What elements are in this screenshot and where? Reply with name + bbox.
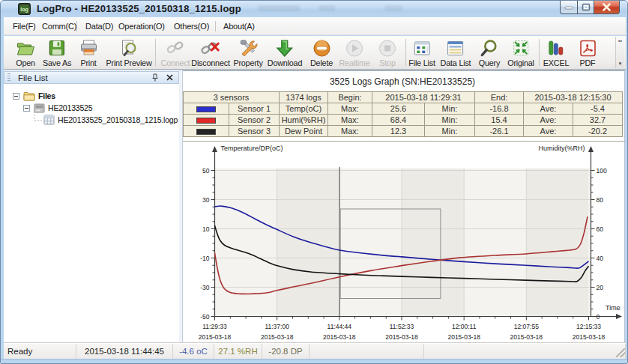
toolbar-button-open[interactable]: Open	[16, 38, 36, 67]
toolbar-button-realtime[interactable]: Realtime	[339, 38, 369, 67]
toolbar-button-property[interactable]: Property	[233, 38, 262, 67]
svg-text:2015-03-18: 2015-03-18	[447, 333, 480, 341]
minimize-button[interactable]	[560, 1, 577, 14]
realtime-play-icon	[344, 38, 364, 58]
toolbar-button-connect[interactable]: Connect	[161, 38, 190, 67]
toolbar-button-label: File List	[408, 58, 435, 67]
file-list-panel: File List Files HE20133525 HE20133525_20…	[4, 70, 179, 343]
sensor-cell-name: Sensor 1	[229, 103, 280, 115]
menu-item-commc[interactable]: Comm(C)	[42, 17, 76, 35]
toolbar-button-label: Print	[80, 58, 96, 67]
toolbar-button-print-preview[interactable]: Print Preview	[106, 38, 151, 67]
summary-cell-end: 2015-03-18 12:15:30	[524, 92, 623, 103]
tree-item-log-file[interactable]: HE20133525_20150318_1215.logp	[34, 114, 178, 126]
toolbar-button-pdf[interactable]: PDF	[578, 38, 598, 67]
data-list-icon	[446, 38, 466, 58]
sensor-cell-min_label: Min:	[425, 115, 475, 126]
toolbar-overflow[interactable]: ▪▪▾	[615, 37, 624, 68]
sensor-cell-ave_label: Ave:	[524, 115, 573, 126]
status-cell-2: -4.6 oC	[173, 344, 214, 359]
file-list-panel-header: File List	[4, 71, 179, 84]
watermark-smudge	[318, 5, 335, 11]
svg-text:Temperature/DP(oC): Temperature/DP(oC)	[221, 145, 283, 152]
toolbar-button-print[interactable]: Print	[79, 38, 99, 67]
sensor-cell-max_label: Max:	[328, 126, 372, 137]
tree-item-label: HE20133525	[48, 103, 92, 112]
overflow-dots-icon: ▪▪	[618, 38, 622, 43]
tree-item-label: HE20133525_20150318_1215.logp	[58, 115, 178, 124]
menu-item-datad[interactable]: Data(D)	[85, 17, 113, 35]
toolbar-button-label: Property	[233, 58, 262, 67]
tree-item-files-root[interactable]: Files	[13, 90, 55, 102]
status-cell-1: 2015-03-18 11:44:45	[76, 344, 173, 359]
menu-item-filef[interactable]: File(F)	[13, 17, 35, 35]
summary-cell-sensors: 3 sensors	[184, 92, 280, 103]
sensor-cell-min: 15.4	[475, 115, 524, 126]
toolbar-button-download[interactable]: Download	[268, 38, 302, 67]
property-tools-icon	[238, 38, 259, 58]
sensor-cell-max_label: Max:	[328, 103, 372, 115]
toolbar-button-original[interactable]: Original	[507, 38, 534, 67]
panel-title: File List	[18, 73, 150, 82]
toolbar-button-delete[interactable]: Delete	[310, 38, 333, 67]
summary-info-row: 3 sensors1374 logsBegin:2015-03-18 11:29…	[184, 92, 623, 103]
svg-text:11:52:33: 11:52:33	[390, 323, 414, 330]
menu-item-operationo[interactable]: Operation(O)	[118, 17, 165, 35]
panel-grip[interactable]	[7, 73, 10, 82]
toolbar-button-stop[interactable]: Stop	[378, 38, 398, 67]
toolbar-separator	[405, 39, 406, 66]
svg-text:-30: -30	[200, 284, 210, 291]
svg-text:-10: -10	[200, 255, 210, 262]
app-icon: log	[18, 3, 31, 15]
toolbar-button-data-list[interactable]: Data List	[441, 38, 471, 67]
svg-text:2015-03-18: 2015-03-18	[199, 333, 232, 341]
pin-icon[interactable]	[150, 73, 160, 82]
maximize-button[interactable]	[577, 1, 594, 14]
sensor-cell-max_label: Max:	[328, 115, 372, 126]
menu-item-otherso[interactable]: Others(O)	[174, 17, 209, 35]
toolbar-button-label: Open	[16, 58, 35, 67]
save-floppy-icon	[47, 38, 67, 58]
open-folder-icon	[16, 38, 36, 58]
caption-buttons	[560, 1, 620, 15]
svg-text:2015-03-18: 2015-03-18	[323, 333, 356, 341]
toolbar-button-label: Print Preview	[106, 58, 151, 67]
resize-grip[interactable]	[616, 348, 625, 357]
svg-text:12:07:55: 12:07:55	[514, 323, 539, 330]
svg-text:10: 10	[202, 225, 210, 233]
status-cell-3: 27.1 %RH	[214, 344, 262, 359]
sensor-cell-ave: 32.7	[573, 115, 623, 126]
sensor-color-swatch-cell	[184, 126, 229, 137]
toolbar-button-label: EXCEL	[543, 58, 569, 67]
tree-connector-line	[34, 110, 42, 121]
close-button[interactable]	[594, 1, 620, 14]
sensor-cell-ave: -5.4	[573, 103, 623, 115]
toolbar-button-label: Original	[507, 58, 534, 67]
disconnect-chain-icon	[200, 38, 220, 58]
sensor-cell-min_label: Min:	[425, 103, 475, 115]
tree-expander-collapse-icon[interactable]	[23, 105, 30, 112]
panel-close-icon[interactable]	[164, 73, 175, 82]
connect-chain-icon	[165, 38, 185, 58]
log-file-icon	[43, 115, 55, 125]
status-cell-6	[424, 344, 626, 359]
sensor-cell-ave: -20.2	[573, 126, 623, 137]
file-tree: Files HE20133525 HE20133525_20150318_121…	[4, 84, 179, 343]
toolbar-button-file-list[interactable]: File List	[408, 38, 435, 67]
menu-item-abouta[interactable]: About(A)	[223, 17, 255, 35]
toolbar-button-save-as[interactable]: Save As	[43, 38, 71, 67]
download-arrow-icon	[274, 38, 295, 58]
graph-view: 3525 Logs Graph (SN:HE20133525) 3 sensor…	[183, 70, 625, 343]
svg-text:40: 40	[597, 255, 604, 262]
tree-expander-collapse-icon[interactable]	[13, 93, 19, 100]
toolbar-button-query[interactable]: Query	[479, 38, 500, 67]
toolbar-button-disconnect[interactable]: Disconnect	[191, 38, 229, 67]
toolbar-button-excel[interactable]: EXCEL	[543, 38, 569, 67]
sensor-cell-type: Temp(oC)	[280, 103, 328, 115]
sensor-cell-name: Sensor 3	[229, 126, 280, 137]
svg-text:log: log	[20, 7, 28, 13]
logs-chart[interactable]: 503010-10-30-50Temperature/DP(oC)1008060…	[183, 142, 625, 344]
graph-title: 3525 Logs Graph (SN:HE20133525)	[183, 76, 622, 87]
toolbar-button-label: Connect	[161, 58, 190, 67]
stop-square-icon	[378, 38, 398, 58]
